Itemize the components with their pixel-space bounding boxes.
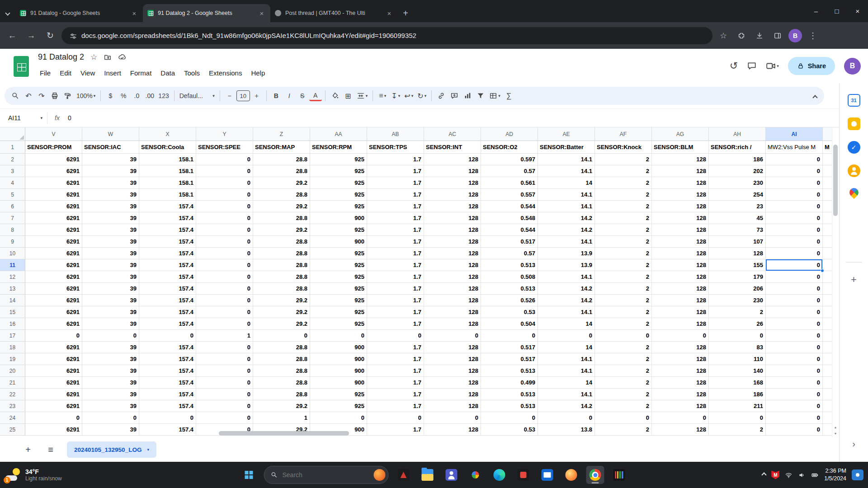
- cell[interactable]: 128: [424, 342, 481, 353]
- cell[interactable]: 0.513: [481, 400, 538, 412]
- cell[interactable]: 0: [196, 224, 253, 236]
- row-header-21[interactable]: 21: [0, 377, 25, 389]
- cell[interactable]: 14.1: [538, 189, 595, 201]
- menu-file[interactable]: File: [35, 67, 55, 79]
- cell[interactable]: 1.7: [367, 248, 424, 259]
- cell[interactable]: 0: [196, 365, 253, 377]
- cell[interactable]: 2: [595, 306, 652, 318]
- cell[interactable]: 28.8: [253, 259, 310, 271]
- cell[interactable]: 925: [310, 295, 367, 306]
- print-button[interactable]: [48, 89, 61, 103]
- row-header-23[interactable]: 23: [0, 400, 25, 412]
- horizontal-align-button[interactable]: ≡▾: [376, 89, 389, 103]
- cell[interactable]: 1.7: [367, 212, 424, 224]
- cell[interactable]: 6291: [25, 365, 82, 377]
- cell[interactable]: 0.517: [481, 353, 538, 365]
- row-header-24[interactable]: 24: [0, 412, 25, 424]
- cell[interactable]: 128: [652, 389, 709, 400]
- browser-tab[interactable]: 91 Datalog - Google Sheets×: [15, 4, 143, 22]
- browser-menu-kebab-icon[interactable]: ⋮: [806, 28, 820, 43]
- menu-tools[interactable]: Tools: [179, 67, 204, 79]
- new-tab-button[interactable]: +: [398, 4, 413, 22]
- share-button[interactable]: Share: [788, 57, 835, 75]
- cell[interactable]: 0: [196, 306, 253, 318]
- cell[interactable]: 1.7: [367, 365, 424, 377]
- taskbar-app-browser[interactable]: [562, 466, 580, 484]
- close-button[interactable]: ×: [847, 0, 868, 22]
- cell[interactable]: 39: [82, 318, 139, 330]
- cell[interactable]: 2: [595, 424, 652, 436]
- cell[interactable]: 14.1: [538, 154, 595, 165]
- cell[interactable]: 0: [139, 412, 196, 424]
- cell[interactable]: 14.1: [538, 353, 595, 365]
- cell[interactable]: 29.2: [253, 177, 310, 189]
- text-wrap-button[interactable]: ↩▾: [402, 89, 415, 103]
- cell[interactable]: 128: [424, 236, 481, 248]
- taskbar-app-teams[interactable]: [443, 466, 461, 484]
- cell[interactable]: 0: [25, 330, 82, 342]
- row-header-9[interactable]: 9: [0, 236, 25, 248]
- star-icon[interactable]: ☆: [90, 52, 97, 62]
- cell[interactable]: 128: [424, 248, 481, 259]
- cell[interactable]: 28.8: [253, 389, 310, 400]
- cell[interactable]: 128: [652, 154, 709, 165]
- cell[interactable]: 128: [652, 424, 709, 436]
- row-header-2[interactable]: 2: [0, 154, 25, 165]
- cell[interactable]: 0: [766, 342, 823, 353]
- cell[interactable]: 128: [709, 248, 766, 259]
- cell[interactable]: 202: [709, 165, 766, 177]
- side-panel-tasks-icon[interactable]: [848, 141, 860, 154]
- side-panel-maps-icon[interactable]: [847, 186, 860, 199]
- cell[interactable]: 0: [766, 353, 823, 365]
- cell[interactable]: 1.7: [367, 165, 424, 177]
- cell[interactable]: SENSOR:Batter: [538, 141, 595, 154]
- cell[interactable]: [823, 295, 832, 306]
- row-header-19[interactable]: 19: [0, 353, 25, 365]
- cell[interactable]: 28.8: [253, 271, 310, 283]
- insert-chart-button[interactable]: [461, 89, 474, 103]
- cell[interactable]: 28.8: [253, 212, 310, 224]
- cell[interactable]: 29.2: [253, 318, 310, 330]
- cell[interactable]: 0: [367, 412, 424, 424]
- browser-tab[interactable]: Post thread | GMT400 - The Ulti×: [270, 4, 398, 22]
- cell[interactable]: 39: [82, 342, 139, 353]
- cell[interactable]: 1.7: [367, 259, 424, 271]
- cell[interactable]: SENSOR:rich /: [709, 141, 766, 154]
- cell[interactable]: 179: [709, 271, 766, 283]
- cell[interactable]: 14.1: [538, 389, 595, 400]
- cell[interactable]: 14.2: [538, 400, 595, 412]
- cell[interactable]: 0: [196, 283, 253, 295]
- cell[interactable]: 157.4: [139, 248, 196, 259]
- cell[interactable]: 1.7: [367, 424, 424, 436]
- cell[interactable]: 128: [652, 342, 709, 353]
- cell[interactable]: 0: [766, 271, 823, 283]
- bookmark-star-icon[interactable]: ☆: [716, 28, 731, 43]
- cell[interactable]: 1.7: [367, 306, 424, 318]
- cell[interactable]: 0: [766, 306, 823, 318]
- taskbar-app-photos[interactable]: [467, 466, 485, 484]
- cell[interactable]: 925: [310, 283, 367, 295]
- cell[interactable]: 128: [424, 400, 481, 412]
- cell[interactable]: 128: [424, 212, 481, 224]
- taskbar-clock[interactable]: 2:36 PM 1/5/2024: [824, 467, 846, 483]
- cell[interactable]: 14.2: [538, 283, 595, 295]
- cell[interactable]: 128: [652, 318, 709, 330]
- cell[interactable]: 0.57: [481, 248, 538, 259]
- cell[interactable]: 157.4: [139, 365, 196, 377]
- cell[interactable]: 110: [709, 353, 766, 365]
- cell[interactable]: 0.548: [481, 212, 538, 224]
- cell[interactable]: 2: [595, 365, 652, 377]
- row-header-13[interactable]: 13: [0, 283, 25, 295]
- cell[interactable]: 128: [424, 177, 481, 189]
- cell[interactable]: 128: [652, 283, 709, 295]
- cell[interactable]: 0: [709, 412, 766, 424]
- cell[interactable]: 0: [253, 330, 310, 342]
- column-header-AA[interactable]: AA: [310, 127, 367, 141]
- number-format-button[interactable]: 123: [156, 89, 170, 103]
- cell[interactable]: 0.526: [481, 295, 538, 306]
- cell[interactable]: 6291: [25, 318, 82, 330]
- cell[interactable]: 128: [424, 154, 481, 165]
- cell[interactable]: 158.1: [139, 177, 196, 189]
- cell[interactable]: 39: [82, 283, 139, 295]
- cell[interactable]: 157.4: [139, 400, 196, 412]
